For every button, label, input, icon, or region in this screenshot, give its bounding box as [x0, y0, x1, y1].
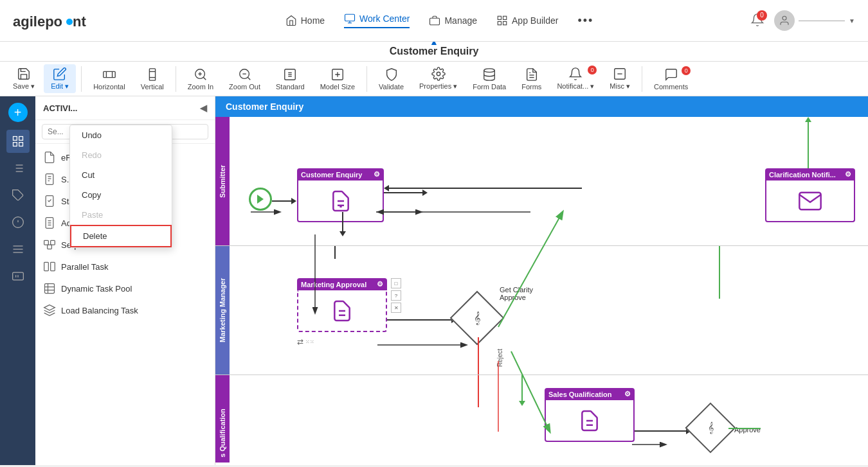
node-sales-qualification[interactable]: Sales Qualification ⚙ [545, 388, 635, 442]
svg-text:agilepo: agilepo [13, 13, 62, 30]
toolbar-edit[interactable]: Edit ▾ [44, 64, 76, 93]
toolbar-edit-label: Edit ▾ [51, 82, 69, 91]
menu-item-undo[interactable]: Undo [70, 125, 172, 145]
lane-marketing-content: Marketing Approval ⚙ □ ? ✕ [230, 246, 868, 374]
menu-item-redo[interactable]: Redo [70, 145, 172, 165]
sidebar-icon-list[interactable] [6, 157, 30, 180]
sidebar-icon-menu[interactable] [6, 238, 30, 261]
toolbar-zoom-in[interactable]: Zoom In [181, 65, 220, 93]
toolbar-vertical[interactable]: Vertical [134, 65, 170, 93]
menu-item-copy[interactable]: Copy [70, 185, 172, 205]
svg-rect-63 [44, 240, 49, 245]
svg-rect-6 [430, 18, 440, 25]
menu-item-paste[interactable]: Paste [70, 205, 172, 225]
sidebar-icon-id[interactable] [6, 265, 30, 288]
start-arrow-icon [257, 195, 264, 204]
toolbar-notification[interactable]: 0 Notificat... ▾ [550, 64, 601, 93]
node-clarif-settings-icon[interactable]: ⚙ [845, 170, 851, 179]
ce-down-arrow [339, 212, 346, 236]
toolbar-modelsize[interactable]: Model Size [314, 65, 361, 93]
node-ma-icon [329, 298, 355, 324]
svg-rect-65 [48, 245, 52, 249]
lane-submitter: Submitter Customer Enquiry [215, 117, 868, 246]
separator-4 [642, 66, 642, 92]
lane-cross-arrow [334, 246, 336, 259]
activity-item-loadbalancing-label: Load Balancing Task [61, 306, 138, 315]
toolbar-validate-label: Validate [379, 83, 404, 91]
nav-manage[interactable]: Manage [429, 13, 477, 28]
lane-marketing-label: Marketing Manager [215, 246, 230, 374]
node-clarification[interactable]: Clarification Notifi... ⚙ [765, 168, 855, 222]
node-tool-2[interactable]: ? [391, 290, 401, 301]
node-tool-extra: ⁙⁙ [305, 339, 314, 345]
svg-rect-9 [498, 22, 501, 25]
svg-rect-3 [345, 14, 355, 21]
sidebar-add-button[interactable]: + [8, 103, 28, 122]
nav-home[interactable]: Home [285, 13, 325, 28]
svg-rect-68 [45, 284, 55, 294]
svg-rect-64 [51, 240, 55, 245]
toolbar-forms[interactable]: Forms [515, 65, 548, 93]
activity-item-parallel[interactable]: Parallel Task [35, 256, 215, 278]
toolbar-horizontal-label: Horizontal [93, 83, 125, 91]
node-ce-settings-icon[interactable]: ⚙ [374, 170, 380, 179]
node-bottom-tools: ⇄ ⁙⁙ [297, 337, 314, 346]
node-marketing-approval[interactable]: Marketing Approval ⚙ □ ? ✕ [297, 278, 387, 332]
toolbar-properties[interactable]: Properties ▾ [413, 64, 464, 93]
svg-point-11 [782, 16, 786, 20]
nav-workcenter-label: Work Center [359, 13, 410, 24]
gateway-2-icon: 𝄞 [708, 422, 714, 434]
toolbar-modelsize-label: Model Size [320, 83, 355, 91]
svg-rect-10 [503, 22, 507, 25]
toolbar-save[interactable]: Save ▾ [6, 64, 41, 93]
toolbar-zoom-out[interactable]: Zoom Out [222, 65, 267, 93]
collapse-button[interactable]: ◀ [200, 103, 207, 113]
node-tool-3[interactable]: ✕ [391, 303, 401, 313]
canvas-header-title: Customer Enquiry [226, 101, 303, 112]
node-ma-settings-icon[interactable]: ⚙ [377, 280, 383, 288]
start-node [249, 188, 272, 211]
canvas-scroll[interactable]: Submitter Customer Enquiry [215, 117, 868, 463]
nav-right: 0 —————— ▼ [750, 10, 855, 31]
nav-more[interactable]: ••• [577, 13, 593, 28]
sq-to-gw2-arrow [635, 428, 691, 434]
toolbar-formdata[interactable]: Form Data [466, 65, 512, 93]
user-menu[interactable]: —————— ▼ [774, 10, 855, 31]
reject-label: Reject [496, 349, 503, 367]
reject-line [478, 337, 479, 374]
node-sq-settings-icon[interactable]: ⚙ [624, 390, 631, 398]
node-tool-transfer[interactable]: ⇄ [297, 337, 303, 346]
svg-rect-81 [799, 192, 820, 209]
svg-rect-37 [19, 137, 23, 141]
gateway-1: 𝄞 Get ClarityApprove [458, 299, 496, 337]
logo: agilepo nt [13, 9, 103, 32]
svg-rect-7 [498, 16, 501, 19]
toolbar-standard[interactable]: Standard [269, 65, 311, 93]
toolbar-validate[interactable]: Validate [372, 65, 410, 93]
activity-item-parallel-label: Parallel Task [61, 262, 108, 272]
node-tools: □ ? ✕ [391, 278, 401, 313]
nav-appbuilder[interactable]: App Builder [496, 13, 558, 28]
sidebar-icon-tag[interactable] [6, 184, 30, 207]
node-tool-1[interactable]: □ [391, 278, 401, 288]
activity-item-loadbalancing[interactable]: Load Balancing Task [35, 299, 215, 321]
toolbar-horizontal[interactable]: Horizontal [87, 65, 132, 93]
toolbar-misc[interactable]: Misc ▾ [603, 64, 637, 93]
comments-notif-badge: 0 [682, 66, 691, 75]
menu-item-delete[interactable]: Delete [70, 225, 172, 247]
sidebar-icon-circle[interactable] [6, 211, 30, 234]
toolbar-comments-label: Comments [654, 83, 688, 91]
svg-rect-15 [149, 68, 155, 80]
separator-3 [366, 66, 367, 92]
menu-item-cut[interactable]: Cut [70, 165, 172, 185]
lane-submitter-content: Customer Enquiry ⚙ [230, 117, 868, 245]
gateway-2: 𝄞 Approve [692, 410, 728, 446]
notification-button[interactable]: 0 [750, 13, 764, 29]
nav-workcenter[interactable]: Work Center [344, 13, 410, 28]
toolbar-comments[interactable]: 0 Comments [647, 65, 694, 93]
svg-line-23 [248, 77, 250, 80]
activity-item-dynamic[interactable]: Dynamic Task Pool [35, 278, 215, 299]
sidebar-icon-grid[interactable] [6, 130, 30, 153]
svg-point-1 [66, 19, 73, 25]
activity-header: ACTIVI... ◀ [35, 96, 215, 120]
